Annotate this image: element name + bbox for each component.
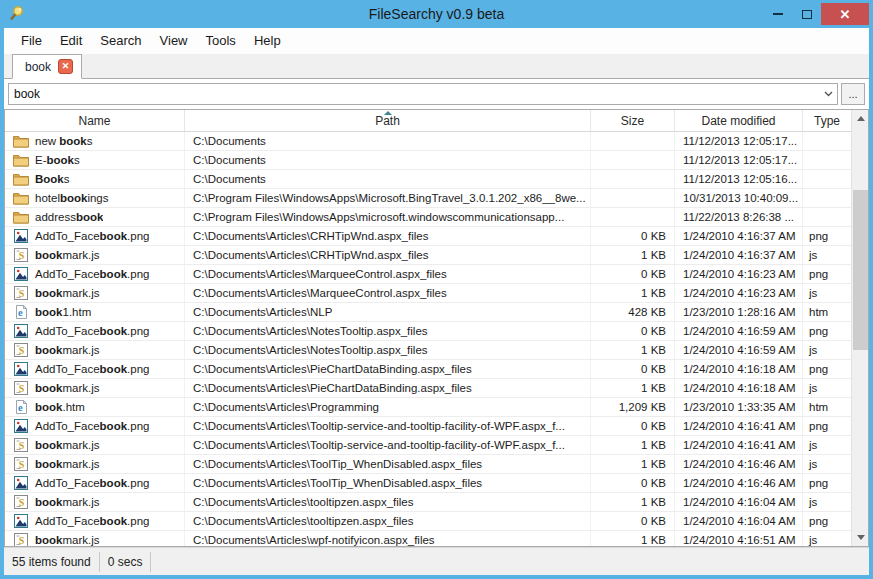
- search-input[interactable]: [9, 84, 819, 104]
- menu-item-file[interactable]: File: [12, 28, 51, 54]
- type-cell: js: [803, 436, 851, 454]
- svg-text:S: S: [19, 535, 25, 546]
- table-row[interactable]: Sbookmark.jsC:\Documents\Articles\toolti…: [5, 493, 851, 512]
- table-row[interactable]: ebook1.htmC:\Documents\Articles\NLP428 K…: [5, 303, 851, 322]
- name-cell: Sbookmark.js: [5, 284, 185, 302]
- path-cell: C:\Documents\Articles\tooltipzen.aspx_fi…: [185, 512, 591, 530]
- size-cell: 0 KB: [591, 474, 675, 492]
- table-row[interactable]: Sbookmark.jsC:\Documents\Articles\wpf-no…: [5, 531, 851, 546]
- browse-button[interactable]: ...: [841, 83, 865, 105]
- name-cell: Sbookmark.js: [5, 341, 185, 359]
- file-name: E-books: [35, 151, 80, 169]
- table-row[interactable]: new booksC:\Documents11/12/2013 12:05:17…: [5, 132, 851, 151]
- table-row[interactable]: ebook.htmC:\Documents\Articles\Programmi…: [5, 398, 851, 417]
- type-cell: js: [803, 341, 851, 359]
- tab-book[interactable]: book ✕: [12, 54, 82, 79]
- menu-item-edit[interactable]: Edit: [51, 28, 91, 54]
- name-cell: Sbookmark.js: [5, 436, 185, 454]
- svg-text:S: S: [19, 459, 25, 470]
- column-header-name[interactable]: Name: [5, 110, 185, 131]
- table-row[interactable]: Sbookmark.jsC:\Documents\Articles\Toolti…: [5, 436, 851, 455]
- table-row[interactable]: AddTo_Facebook.pngC:\Documents\Articles\…: [5, 265, 851, 284]
- table-row[interactable]: Sbookmark.jsC:\Documents\Articles\NotesT…: [5, 341, 851, 360]
- close-button[interactable]: ✕: [821, 3, 869, 25]
- date-modified-cell: 1/24/2010 4:16:41 AM: [675, 417, 803, 435]
- js-icon: S: [13, 381, 29, 395]
- path-cell: C:\Documents\Articles\NotesTooltip.aspx_…: [185, 322, 591, 340]
- maximize-button[interactable]: [792, 3, 821, 25]
- dropdown-arrow-icon[interactable]: [819, 84, 837, 104]
- file-name: Books: [35, 170, 70, 188]
- folder-icon: [13, 134, 29, 148]
- table-row[interactable]: Sbookmark.jsC:\Documents\Articles\Marque…: [5, 284, 851, 303]
- path-cell: C:\Documents\Articles\PieChartDataBindin…: [185, 379, 591, 397]
- file-name: bookmark.js: [35, 341, 100, 359]
- column-header-date-modified[interactable]: Date modified: [675, 110, 803, 131]
- table-row[interactable]: hotelbookingsC:\Program Files\WindowsApp…: [5, 189, 851, 208]
- name-cell: new books: [5, 132, 185, 150]
- path-cell: C:\Documents: [185, 151, 591, 169]
- size-cell: 1 KB: [591, 246, 675, 264]
- menu-item-tools[interactable]: Tools: [197, 28, 245, 54]
- table-row[interactable]: AddTo_Facebook.pngC:\Documents\Articles\…: [5, 474, 851, 493]
- scroll-up-icon[interactable]: [852, 110, 869, 127]
- table-row[interactable]: Sbookmark.jsC:\Documents\Articles\ToolTi…: [5, 455, 851, 474]
- file-name: bookmark.js: [35, 493, 100, 511]
- column-header-size[interactable]: Size: [591, 110, 675, 131]
- path-cell: C:\Documents\Articles\CRHTipWnd.aspx_fil…: [185, 246, 591, 264]
- size-cell: [591, 208, 675, 226]
- table-row[interactable]: AddTo_Facebook.pngC:\Documents\Articles\…: [5, 227, 851, 246]
- scrollbar-thumb[interactable]: [853, 190, 868, 350]
- table-row[interactable]: AddTo_Facebook.pngC:\Documents\Articles\…: [5, 417, 851, 436]
- date-modified-cell: 1/23/2010 1:33:35 AM: [675, 398, 803, 416]
- table-row[interactable]: E-booksC:\Documents11/12/2013 12:05:17..…: [5, 151, 851, 170]
- size-cell: [591, 151, 675, 169]
- menu-item-help[interactable]: Help: [245, 28, 290, 54]
- table-row[interactable]: AddTo_Facebook.pngC:\Documents\Articles\…: [5, 512, 851, 531]
- table-row[interactable]: Sbookmark.jsC:\Documents\Articles\CRHTip…: [5, 246, 851, 265]
- path-cell: C:\Documents\Articles\ToolTip_WhenDisabl…: [185, 474, 591, 492]
- table-row[interactable]: BooksC:\Documents11/12/2013 12:05:16...: [5, 170, 851, 189]
- path-cell: C:\Documents: [185, 170, 591, 188]
- file-name: AddTo_Facebook.png: [35, 417, 149, 435]
- name-cell: AddTo_Facebook.png: [5, 227, 185, 245]
- png-icon: [13, 514, 29, 528]
- path-cell: C:\Documents\Articles\NotesTooltip.aspx_…: [185, 341, 591, 359]
- name-cell: AddTo_Facebook.png: [5, 322, 185, 340]
- minimize-button[interactable]: [763, 3, 792, 25]
- svg-text:e: e: [18, 307, 23, 318]
- table-row[interactable]: AddTo_Facebook.pngC:\Documents\Articles\…: [5, 360, 851, 379]
- table-row[interactable]: addressbookC:\Program Files\WindowsApps\…: [5, 208, 851, 227]
- column-header-type[interactable]: Type: [803, 110, 851, 131]
- svg-text:S: S: [19, 250, 25, 261]
- column-header-path[interactable]: Path: [185, 110, 591, 131]
- size-cell: 1 KB: [591, 436, 675, 454]
- file-name: AddTo_Facebook.png: [35, 265, 149, 283]
- table-row[interactable]: Sbookmark.jsC:\Documents\Articles\PieCha…: [5, 379, 851, 398]
- size-cell: 0 KB: [591, 322, 675, 340]
- date-modified-cell: 11/22/2013 8:26:38 ...: [675, 208, 803, 226]
- tab-close-icon[interactable]: ✕: [58, 59, 73, 74]
- date-modified-cell: 1/24/2010 4:16:41 AM: [675, 436, 803, 454]
- date-modified-cell: 1/24/2010 4:16:59 AM: [675, 322, 803, 340]
- size-cell: 1,209 KB: [591, 398, 675, 416]
- type-cell: js: [803, 246, 851, 264]
- size-cell: 1 KB: [591, 379, 675, 397]
- date-modified-cell: 1/24/2010 4:16:04 AM: [675, 493, 803, 511]
- file-name: book.htm: [35, 398, 85, 416]
- date-modified-cell: 11/12/2013 12:05:16...: [675, 170, 803, 188]
- type-cell: [803, 132, 851, 150]
- scroll-down-icon[interactable]: [852, 529, 869, 546]
- js-icon: S: [13, 533, 29, 546]
- vertical-scrollbar[interactable]: [851, 110, 868, 546]
- status-bar: 55 items found 0 secs: [4, 547, 869, 575]
- type-cell: js: [803, 531, 851, 546]
- table-row[interactable]: AddTo_Facebook.pngC:\Documents\Articles\…: [5, 322, 851, 341]
- png-icon: [13, 362, 29, 376]
- folder-icon: [13, 191, 29, 205]
- close-icon: ✕: [840, 7, 851, 22]
- menu-item-view[interactable]: View: [151, 28, 197, 54]
- date-modified-cell: 1/24/2010 4:16:46 AM: [675, 455, 803, 473]
- htm-icon: e: [13, 305, 29, 319]
- menu-item-search[interactable]: Search: [91, 28, 150, 54]
